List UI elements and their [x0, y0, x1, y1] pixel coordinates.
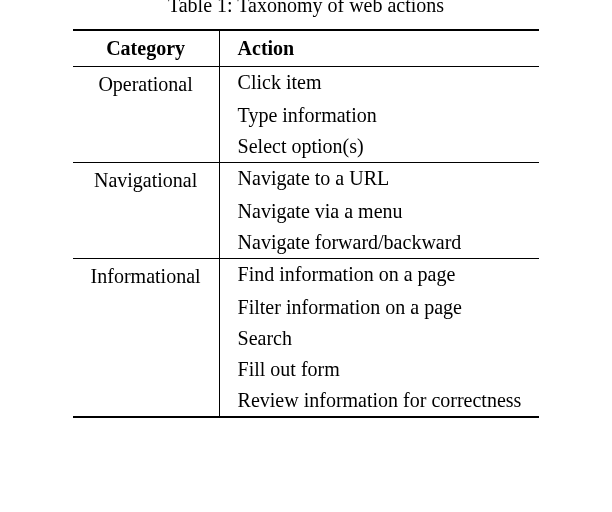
table-row: Search — [73, 323, 540, 354]
table-row: Review information for correctness — [73, 385, 540, 417]
table-row: Filter information on a page — [73, 292, 540, 323]
cell-action: Search — [219, 323, 539, 354]
cell-category: Navigational — [73, 163, 219, 197]
cell-action: Navigate to a URL — [219, 163, 539, 197]
table-container: Category Action Operational Click item T… — [0, 29, 612, 418]
table-row: Operational Click item — [73, 67, 540, 101]
cell-category — [73, 227, 219, 259]
cell-action: Filter information on a page — [219, 292, 539, 323]
cell-category: Operational — [73, 67, 219, 101]
table-row: Navigate forward/backward — [73, 227, 540, 259]
cell-action: Navigate forward/backward — [219, 227, 539, 259]
cell-category — [73, 323, 219, 354]
cell-category — [73, 196, 219, 227]
cell-category — [73, 131, 219, 163]
table-head-row: Category Action — [73, 30, 540, 67]
cell-category — [73, 385, 219, 417]
table-row: Navigational Navigate to a URL — [73, 163, 540, 197]
col-category-header: Category — [73, 30, 219, 67]
table-row: Informational Find information on a page — [73, 259, 540, 293]
cell-action: Navigate via a menu — [219, 196, 539, 227]
cell-action: Find information on a page — [219, 259, 539, 293]
cell-action: Review information for correctness — [219, 385, 539, 417]
table-row: Type information — [73, 100, 540, 131]
table-row: Fill out form — [73, 354, 540, 385]
cell-category: Informational — [73, 259, 219, 293]
col-action-header: Action — [219, 30, 539, 67]
cell-category — [73, 100, 219, 131]
table-row: Navigate via a menu — [73, 196, 540, 227]
table-row: Select option(s) — [73, 131, 540, 163]
cell-category — [73, 292, 219, 323]
cell-action: Select option(s) — [219, 131, 539, 163]
taxonomy-table: Category Action Operational Click item T… — [73, 29, 540, 418]
table-caption: Table 1: Taxonomy of web actions — [0, 0, 612, 17]
cell-category — [73, 354, 219, 385]
cell-action: Click item — [219, 67, 539, 101]
cell-action: Type information — [219, 100, 539, 131]
cell-action: Fill out form — [219, 354, 539, 385]
